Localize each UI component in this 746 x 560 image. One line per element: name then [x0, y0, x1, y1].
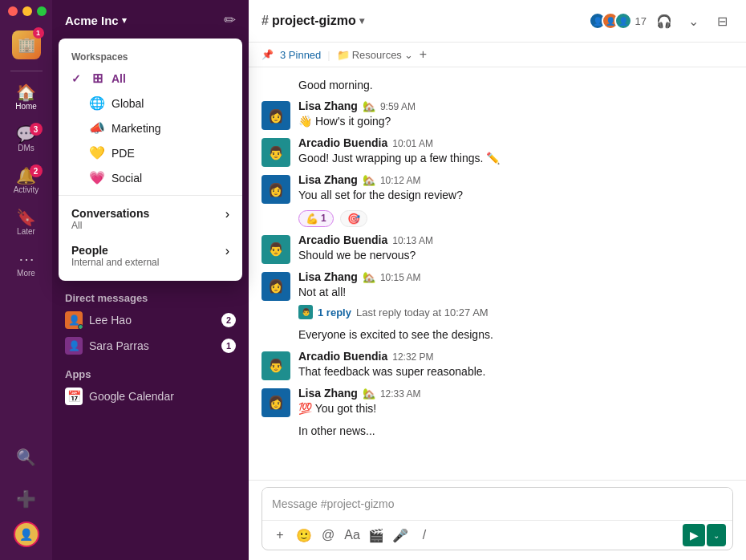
send-options-button[interactable]: ⌄	[707, 524, 726, 546]
add-attachment-button[interactable]: +	[269, 524, 291, 546]
msg5b-content: Everyone is excited to see the designs.	[298, 327, 733, 343]
msg1-time: 9:59 AM	[380, 101, 416, 112]
pin-icon: 📌	[262, 49, 274, 60]
reply-time: Last reply today at 10:27 AM	[356, 306, 489, 319]
thread-reply-msg5[interactable]: 👨 1 reply Last reply today at 10:27 AM	[298, 303, 733, 321]
hash-symbol: #	[262, 14, 269, 28]
dm-badge-lee-hao: 2	[221, 313, 236, 327]
workspace-menu-trigger[interactable]: Acme Inc ▾	[65, 14, 127, 27]
msg7-text: 💯 You got this!	[298, 401, 733, 417]
arcadio-avatar-3: 👨	[262, 351, 290, 380]
emoji-button[interactable]: 🙂	[293, 524, 315, 546]
dm-item-sara-parras[interactable]: 👤 Sara Parras 1	[52, 333, 249, 359]
dm-item-lee-hao[interactable]: 👤 Lee Hao 2	[52, 307, 249, 333]
sidebar-item-more[interactable]: ⋯ More	[7, 245, 46, 283]
icon-sidebar: 🏢 1 🏠 Home 💬 DMs 3 🔔 Activity 2 🔖 Later …	[0, 0, 52, 560]
msg4-content: Arcadio Buendia 10:13 AM Should we be ne…	[298, 233, 733, 264]
more-header-button[interactable]: ⌄	[682, 10, 704, 32]
sidebar-item-home[interactable]: 🏠 Home	[7, 78, 46, 116]
message-input-area: Message #project-gizmo + 🙂 @ Aa 🎬 🎤 / ▶ …	[249, 480, 746, 560]
people-filter[interactable]: People Internal and external ›	[59, 237, 242, 274]
msg6-text: That feedback was super reasonable.	[298, 364, 733, 380]
input-toolbar: + 🙂 @ Aa 🎬 🎤 / ▶ ⌄	[262, 520, 732, 550]
mention-button[interactable]: @	[317, 524, 339, 546]
app-item-google-calendar[interactable]: 📅 Google Calendar	[52, 383, 249, 409]
huddle-button[interactable]: 🎧	[653, 10, 675, 32]
reply-count: 1 reply	[318, 306, 351, 319]
message-input-field[interactable]: Message #project-gizmo	[262, 488, 732, 520]
activity-label: Activity	[14, 185, 39, 194]
sidebar-item-dms[interactable]: 💬 DMs 3	[7, 120, 46, 158]
audio-button[interactable]: 🎤	[389, 524, 412, 546]
online-indicator	[78, 324, 83, 329]
lisa-zhang-avatar-2: 👩	[262, 175, 290, 204]
msg5-time: 10:15 AM	[380, 272, 421, 283]
reaction-emoji-muscle: 💪	[306, 213, 318, 225]
maximize-button[interactable]	[37, 6, 47, 16]
msg4-header: Arcadio Buendia 10:13 AM	[298, 233, 733, 246]
workspace-item-all[interactable]: ✓ ⊞ All	[59, 66, 242, 91]
messages-area[interactable]: Good morning. 👩 Lisa Zhang 🏡 9:59 AM 👋 H…	[249, 67, 746, 480]
member-avatars[interactable]: 👤 👤 👤 17	[589, 12, 647, 30]
msg5-author: Lisa Zhang	[298, 270, 358, 283]
sidebar-item-activity[interactable]: 🔔 Activity 2	[7, 161, 46, 200]
slash-command-button[interactable]: /	[413, 524, 436, 546]
spacer-avatar	[262, 327, 290, 343]
arcadio-avatar-2: 👨	[262, 235, 290, 264]
plus-icon: ➕	[16, 491, 36, 507]
msg5-header: Lisa Zhang 🏡 10:15 AM	[298, 270, 733, 283]
workspace-item-social[interactable]: ✓ 💗 Social	[59, 165, 242, 190]
dropdown-divider-1	[59, 195, 242, 196]
message-row-msg5b: Everyone is excited to see the designs.	[249, 324, 746, 347]
close-button[interactable]	[8, 6, 18, 16]
channel-name[interactable]: # project-gizmo ▾	[262, 14, 364, 28]
resources-label: Resources	[352, 49, 402, 61]
workspace-badge: 1	[33, 27, 44, 39]
send-button[interactable]: ▶	[683, 524, 705, 546]
msg7b-text: In other news...	[298, 424, 733, 440]
workspace-avatar: 🏢 1	[12, 30, 41, 59]
pinned-link[interactable]: 3 Pinned	[280, 49, 321, 61]
video-button[interactable]: 🎬	[365, 524, 387, 546]
msg1-content: Lisa Zhang 🏡 9:59 AM 👋 How's it going?	[298, 99, 733, 130]
msg7-time: 12:33 AM	[380, 388, 421, 400]
workspaces-section-label: Workspaces	[59, 45, 242, 66]
pde-icon: 💛	[89, 145, 105, 160]
resources-button[interactable]: 📁 Resources ⌄	[337, 49, 413, 61]
msg1-author-emoji: 🏡	[363, 100, 375, 112]
msg6-author: Arcadio Buendia	[298, 350, 387, 363]
msg2-text: Good! Just wrapping up a few things. ✏️	[298, 151, 733, 167]
workspace-item-pde[interactable]: ✓ 💛 PDE	[59, 140, 242, 165]
minimize-button[interactable]	[22, 6, 32, 16]
workspace-item-global[interactable]: ✓ 🌐 Global	[59, 91, 242, 116]
dm-section: Direct messages 👤 Lee Hao 2 👤 Sara Parra…	[52, 289, 249, 422]
canvas-button[interactable]: ⊟	[711, 10, 733, 32]
reaction-target[interactable]: 🎯	[340, 210, 367, 227]
apps-section: Apps 📅 Google Calendar	[52, 359, 249, 422]
workspace-switcher[interactable]: 🏢 1	[7, 26, 46, 64]
main-content: # project-gizmo ▾ 👤 👤 👤 17 🎧 ⌄ ⊟ 📌 3 Pin…	[249, 0, 746, 560]
sidebar-item-later[interactable]: 🔖 Later	[7, 203, 46, 241]
message-row-msg6: 👨 Arcadio Buendia 12:32 PM That feedback…	[249, 347, 746, 383]
compose-button[interactable]: ✏	[224, 11, 236, 29]
new-item-button[interactable]: ➕	[7, 480, 46, 518]
search-button[interactable]: 🔍	[7, 438, 46, 477]
workspace-pde-label: PDE	[111, 147, 135, 160]
workspace-dropdown: Workspaces ✓ ⊞ All ✓ 🌐 Global ✓ 📣 Market…	[59, 39, 242, 281]
check-icon: ✓	[71, 72, 83, 85]
conversations-filter[interactable]: Conversations All ›	[59, 201, 242, 237]
add-resources-button[interactable]: +	[420, 47, 427, 62]
home-icon: 🏠	[16, 84, 36, 100]
all-icon: ⊞	[89, 71, 105, 86]
lisa-zhang-avatar-4: 👩	[262, 388, 290, 417]
conversations-subtitle: All	[71, 220, 219, 231]
workspace-chevron-icon: ▾	[122, 15, 127, 26]
message-row-msg4: 👨 Arcadio Buendia 10:13 AM Should we be …	[249, 230, 746, 267]
text-format-button[interactable]: Aa	[341, 524, 363, 546]
workspace-item-marketing[interactable]: ✓ 📣 Marketing	[59, 116, 242, 140]
reaction-count-muscle: 1	[321, 213, 326, 224]
user-avatar[interactable]: 👤	[14, 521, 39, 547]
workspace-all-label: All	[111, 72, 126, 85]
member-count[interactable]: 17	[635, 15, 647, 27]
reaction-muscle[interactable]: 💪 1	[298, 210, 334, 227]
